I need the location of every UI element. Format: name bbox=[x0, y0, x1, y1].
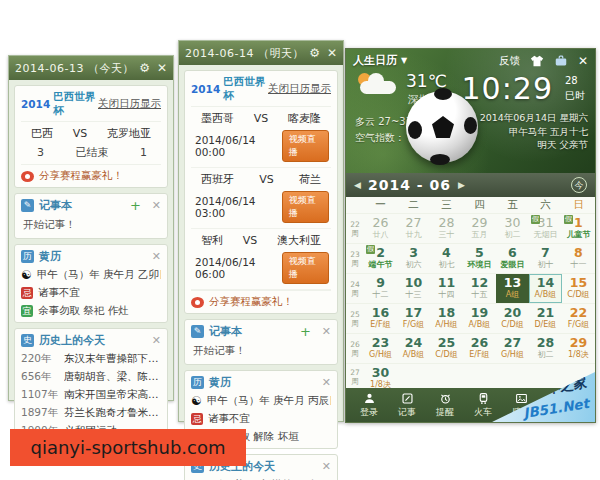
close-section-icon[interactable]: ✕ bbox=[322, 460, 331, 473]
day-number: 16 bbox=[364, 306, 397, 320]
add-note-button[interactable]: + bbox=[300, 324, 311, 339]
day-cell[interactable]: 28三十 bbox=[430, 214, 463, 243]
day-cell[interactable]: 18A/H组 bbox=[430, 304, 463, 333]
prev-month-icon[interactable]: ◀ bbox=[354, 180, 361, 190]
day-cell[interactable]: 假1儿童节 bbox=[562, 214, 595, 243]
day-cell[interactable]: 14A/B组 bbox=[529, 274, 562, 303]
panel-tomorrow-titlebar: 2014-06-14 （明天） ⚙ ✕ bbox=[179, 41, 343, 65]
day-cell[interactable]: 16E/F组 bbox=[364, 304, 397, 333]
toolbox-icon[interactable] bbox=[554, 54, 568, 68]
toolbar-item-user[interactable]: 登录 bbox=[350, 392, 388, 419]
worldcup-title: 巴西世界杯 bbox=[223, 75, 268, 103]
ganzhi-text: 甲午（马）年 庚午月 丙辰日 bbox=[207, 394, 331, 408]
day-cell[interactable]: 20C/D组 bbox=[496, 304, 529, 333]
vs-label: VS bbox=[254, 112, 269, 125]
feedback-link[interactable]: 反馈 bbox=[499, 54, 520, 68]
day-cell[interactable]: 13A组 bbox=[496, 274, 529, 303]
day-cell[interactable]: 假2端午节 bbox=[364, 244, 397, 273]
toolbar-item-note[interactable]: 记事 bbox=[388, 392, 426, 419]
skin-shirt-icon[interactable] bbox=[530, 54, 544, 68]
day-cell[interactable]: 25C/D组 bbox=[430, 334, 463, 363]
close-calendar-display-link[interactable]: 关闭日历显示 bbox=[268, 82, 331, 96]
close-section-icon[interactable]: ✕ bbox=[152, 199, 161, 212]
holiday-badge: 假 bbox=[366, 245, 375, 254]
calendar-week-row: 26周23G/H组24A/B组25C/D组26E/F组27G/H组28初二291… bbox=[346, 333, 595, 363]
history-year: 1897年 bbox=[21, 406, 58, 420]
add-note-button[interactable]: + bbox=[130, 198, 141, 213]
ji-icon: 忌 bbox=[21, 287, 33, 299]
day-cell[interactable]: 22F/G组 bbox=[562, 304, 595, 333]
ji-text: 诸事不宜 bbox=[208, 412, 250, 426]
day-cell[interactable]: 10十三 bbox=[397, 274, 430, 303]
day-cell[interactable]: 12十五 bbox=[463, 274, 496, 303]
match-time-row: 2014/06/14 00:00视频直播 bbox=[191, 128, 331, 168]
today-button[interactable]: 今 bbox=[571, 177, 587, 193]
history-item[interactable]: 220年东汉末年曹操部下的大… bbox=[21, 352, 161, 366]
day-cell[interactable]: 291/8决 bbox=[562, 334, 595, 363]
notepad-hint[interactable]: 开始记事！ bbox=[21, 213, 161, 234]
almanac-title: 黄历 bbox=[209, 375, 317, 390]
notepad-card: ✎ 记事本 + ✕ 开始记事！ bbox=[14, 193, 168, 239]
next-month-icon[interactable]: ▶ bbox=[458, 180, 465, 190]
close-section-icon[interactable]: ✕ bbox=[322, 325, 331, 338]
week-label: 周 bbox=[351, 259, 359, 268]
train-icon bbox=[477, 392, 490, 405]
close-icon[interactable]: ✕ bbox=[327, 46, 337, 60]
day-cell[interactable]: 27廿九 bbox=[397, 214, 430, 243]
live-video-button[interactable]: 视频直播 bbox=[282, 252, 329, 284]
day-cell[interactable]: 15C/D组 bbox=[562, 274, 595, 303]
history-text: 东汉末年曹操部下的大… bbox=[64, 352, 161, 366]
day-cell[interactable]: 9十二 bbox=[364, 274, 397, 303]
away-team: 澳大利亚 bbox=[277, 233, 321, 248]
day-cell[interactable]: 23G/H组 bbox=[364, 334, 397, 363]
toolbar-item-alarm[interactable]: 提醒 bbox=[426, 392, 464, 419]
day-cell[interactable]: 4初七 bbox=[430, 244, 463, 273]
day-cell[interactable]: 8十一 bbox=[562, 244, 595, 273]
day-cell[interactable]: 26廿八 bbox=[364, 214, 397, 243]
live-video-button[interactable]: 视频直播 bbox=[282, 191, 329, 223]
app-title: 人生日历 bbox=[353, 53, 397, 68]
menu-caret-icon[interactable]: ▼ bbox=[401, 56, 499, 65]
day-cell[interactable]: 24A/B组 bbox=[397, 334, 430, 363]
close-icon[interactable]: ✕ bbox=[578, 54, 588, 68]
history-item[interactable]: 1107年南宋开国皇帝宋高宗赵… bbox=[21, 388, 161, 402]
day-number: 6 bbox=[496, 246, 529, 260]
day-cell[interactable]: 27G/H组 bbox=[496, 334, 529, 363]
day-sublabel: 初二 bbox=[529, 350, 562, 360]
close-section-icon[interactable]: ✕ bbox=[152, 334, 161, 347]
day-cell[interactable]: 17F/G组 bbox=[397, 304, 430, 333]
day-cell[interactable]: 7初十 bbox=[529, 244, 562, 273]
close-section-icon[interactable]: ✕ bbox=[322, 376, 331, 389]
day-cell[interactable]: 301/8决 bbox=[364, 364, 397, 390]
close-icon[interactable]: ✕ bbox=[157, 61, 167, 75]
close-section-icon[interactable]: ✕ bbox=[152, 250, 161, 263]
day-sublabel: 廿九 bbox=[397, 230, 430, 240]
day-cell[interactable]: 21D/E组 bbox=[529, 304, 562, 333]
day-number: 29 bbox=[562, 336, 595, 350]
history-item[interactable]: 656年唐朝胡音、梁、陈、周… bbox=[21, 370, 161, 384]
day-cell[interactable]: 6爱眼日 bbox=[496, 244, 529, 273]
gear-icon[interactable]: ⚙ bbox=[309, 46, 320, 60]
toolbar-item-train[interactable]: 火车 bbox=[464, 392, 502, 419]
day-sublabel: A组 bbox=[496, 290, 529, 300]
day-cell[interactable]: 19A/B组 bbox=[463, 304, 496, 333]
notepad-hint[interactable]: 开始记事！ bbox=[191, 339, 331, 360]
day-cell[interactable]: 11十四 bbox=[430, 274, 463, 303]
day-cell[interactable]: 假31无烟日 bbox=[529, 214, 562, 243]
history-item[interactable]: 1897年芬兰长跑奇才鲁米诞生 bbox=[21, 406, 161, 420]
almanac-ji-row: 忌 诸事不宜 bbox=[21, 286, 161, 300]
share-schedule-link[interactable]: 分享赛程赢豪礼！ bbox=[21, 164, 161, 183]
day-number: 14 bbox=[529, 276, 562, 290]
close-calendar-display-link[interactable]: 关闭日历显示 bbox=[98, 97, 161, 111]
day-cell[interactable]: 29五月 bbox=[463, 214, 496, 243]
day-cell[interactable]: 3初六 bbox=[397, 244, 430, 273]
day-cell[interactable]: 28初二 bbox=[529, 334, 562, 363]
live-video-button[interactable]: 视频直播 bbox=[282, 130, 329, 162]
day-number: 23 bbox=[364, 336, 397, 350]
day-cell[interactable]: 30初二 bbox=[496, 214, 529, 243]
gear-icon[interactable]: ⚙ bbox=[139, 61, 150, 75]
day-number: 30 bbox=[496, 216, 529, 230]
share-schedule-link[interactable]: 分享赛程赢豪礼！ bbox=[191, 290, 331, 309]
day-cell[interactable]: 26E/F组 bbox=[463, 334, 496, 363]
day-cell[interactable]: 5环境日 bbox=[463, 244, 496, 273]
